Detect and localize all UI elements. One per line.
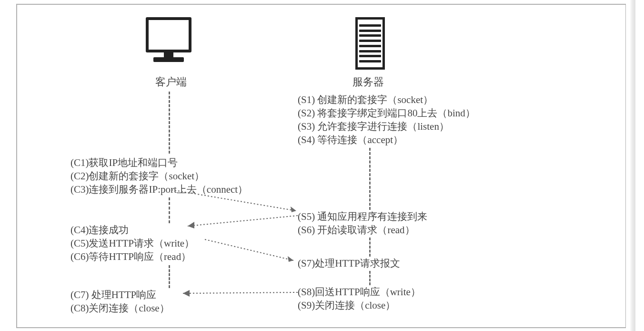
client-step-c7: (C7) 处理HTTP响应 [70, 288, 156, 301]
server-step-s2: (S2) 将套接字绑定到端口80上去（bind） [298, 106, 475, 120]
server-lifeline-3 [369, 271, 371, 285]
server-step-s8: (S8)回送HTTP响应（write） [298, 285, 421, 299]
svg-marker-1 [291, 207, 296, 212]
client-lifeline-3 [169, 265, 170, 288]
arrow-conn-ack-to-client [181, 215, 298, 229]
server-step-s4: (S4) 等待连接（accept） [298, 133, 403, 146]
svg-line-2 [188, 216, 298, 226]
diagram-page: 客户端 服务器 (S1) 创建新的套接字（socket） (S2) 将套接字绑定… [0, 0, 644, 331]
server-rack-icon [355, 17, 385, 70]
client-step-c2: (C2)创建新的套接字（socket） [70, 169, 204, 183]
server-step-s5: (S5) 通知应用程序有连接到来 [298, 210, 427, 223]
server-step-s3: (S3) 允许套接字进行连接（listen） [298, 120, 449, 133]
arrow-connect-to-server [171, 190, 305, 214]
svg-marker-5 [288, 256, 293, 262]
page-shadow [630, 0, 635, 331]
server-lifeline-1 [369, 148, 371, 210]
client-lifeline-2 [169, 197, 170, 223]
arrow-http-request [205, 239, 300, 263]
client-computer-icon [146, 17, 191, 62]
client-step-c5: (C5)发送HTTP请求（write） [70, 237, 194, 250]
server-step-s9: (S9)关闭连接（close） [298, 299, 395, 312]
server-step-s1: (S1) 创建新的套接字（socket） [298, 93, 433, 106]
arrow-http-response [176, 290, 298, 297]
server-step-s7: (S7)处理HTTP请求报文 [298, 257, 400, 270]
client-step-c6: (C6)等待HTTP响应（read） [70, 250, 191, 263]
server-step-s6: (S6) 开始读取请求（read） [298, 223, 415, 237]
svg-line-0 [171, 190, 296, 211]
client-lifeline-1 [169, 92, 170, 154]
server-lifeline-2 [369, 238, 371, 257]
svg-marker-7 [183, 290, 190, 297]
client-step-c4: (C4)连接成功 [70, 223, 129, 237]
client-title: 客户端 [155, 75, 187, 89]
svg-line-6 [183, 292, 298, 293]
svg-line-4 [205, 239, 293, 260]
client-step-c1: (C1)获取IP地址和端口号 [70, 156, 178, 169]
svg-marker-3 [188, 222, 194, 228]
client-step-c8: (C8)关闭连接（close） [70, 301, 170, 315]
server-title: 服务器 [352, 75, 384, 89]
